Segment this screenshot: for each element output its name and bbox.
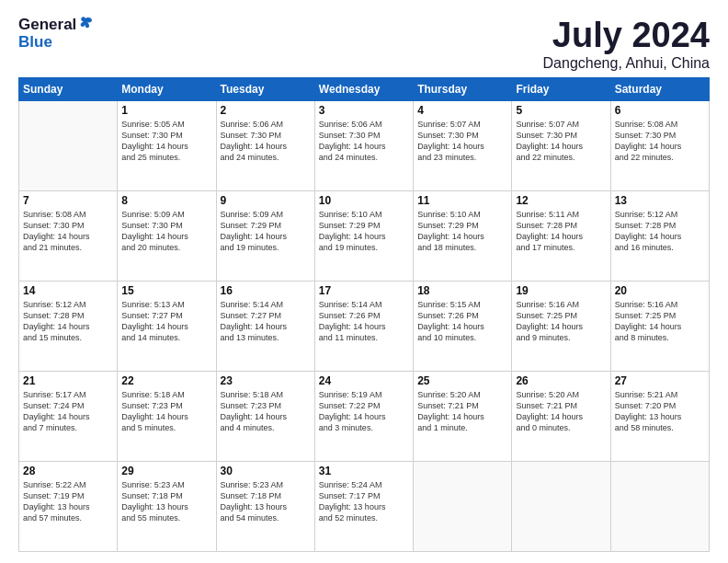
day-info: Sunrise: 5:07 AM Sunset: 7:30 PM Dayligh… [516,119,606,164]
calendar-week-row: 14Sunrise: 5:12 AM Sunset: 7:28 PM Dayli… [19,281,710,371]
day-info: Sunrise: 5:06 AM Sunset: 7:30 PM Dayligh… [319,119,409,164]
calendar-cell: 25Sunrise: 5:20 AM Sunset: 7:21 PM Dayli… [414,371,512,461]
calendar-cell [414,461,512,551]
logo: General Blue [18,17,94,51]
calendar-location: Dangcheng, Anhui, China [543,55,710,72]
col-sunday: Sunday [19,77,118,100]
calendar-cell [19,100,118,190]
col-tuesday: Tuesday [216,77,314,100]
day-number: 30 [221,465,311,477]
calendar-cell: 22Sunrise: 5:18 AM Sunset: 7:23 PM Dayli… [118,371,216,461]
day-number: 21 [23,374,113,387]
day-info: Sunrise: 5:20 AM Sunset: 7:21 PM Dayligh… [417,389,507,434]
calendar-cell: 17Sunrise: 5:14 AM Sunset: 7:26 PM Dayli… [314,281,413,371]
day-info: Sunrise: 5:21 AM Sunset: 7:20 PM Dayligh… [615,389,705,434]
day-info: Sunrise: 5:10 AM Sunset: 7:29 PM Dayligh… [319,209,409,254]
day-number: 19 [516,284,606,297]
day-info: Sunrise: 5:08 AM Sunset: 7:30 PM Dayligh… [23,209,113,254]
col-thursday: Thursday [414,77,512,100]
calendar-cell: 1Sunrise: 5:05 AM Sunset: 7:30 PM Daylig… [118,100,216,190]
day-number: 17 [319,284,409,297]
day-number: 1 [121,104,211,117]
day-info: Sunrise: 5:12 AM Sunset: 7:28 PM Dayligh… [615,209,705,254]
calendar-week-row: 1Sunrise: 5:05 AM Sunset: 7:30 PM Daylig… [19,100,710,190]
calendar-cell: 18Sunrise: 5:15 AM Sunset: 7:26 PM Dayli… [414,281,512,371]
day-number: 26 [516,374,606,387]
day-info: Sunrise: 5:24 AM Sunset: 7:17 PM Dayligh… [319,479,409,524]
day-info: Sunrise: 5:23 AM Sunset: 7:18 PM Dayligh… [121,479,211,524]
logo-bird-icon [77,16,94,32]
calendar-cell: 26Sunrise: 5:20 AM Sunset: 7:21 PM Dayli… [512,371,610,461]
day-info: Sunrise: 5:08 AM Sunset: 7:30 PM Dayligh… [615,119,705,164]
day-info: Sunrise: 5:18 AM Sunset: 7:23 PM Dayligh… [121,389,211,434]
calendar-cell: 10Sunrise: 5:10 AM Sunset: 7:29 PM Dayli… [314,190,413,281]
day-info: Sunrise: 5:20 AM Sunset: 7:21 PM Dayligh… [516,389,606,434]
day-info: Sunrise: 5:17 AM Sunset: 7:24 PM Dayligh… [23,389,113,434]
calendar-cell: 9Sunrise: 5:09 AM Sunset: 7:29 PM Daylig… [216,190,314,281]
day-number: 29 [121,465,211,477]
day-info: Sunrise: 5:09 AM Sunset: 7:30 PM Dayligh… [121,209,211,254]
calendar-cell: 14Sunrise: 5:12 AM Sunset: 7:28 PM Dayli… [19,281,118,371]
day-info: Sunrise: 5:16 AM Sunset: 7:25 PM Dayligh… [615,299,705,344]
day-info: Sunrise: 5:09 AM Sunset: 7:29 PM Dayligh… [221,209,311,254]
calendar-cell [610,461,709,551]
day-info: Sunrise: 5:12 AM Sunset: 7:28 PM Dayligh… [23,299,113,344]
calendar-cell [512,461,610,551]
calendar-cell: 11Sunrise: 5:10 AM Sunset: 7:29 PM Dayli… [414,190,512,281]
calendar-cell: 20Sunrise: 5:16 AM Sunset: 7:25 PM Dayli… [610,281,709,371]
calendar-cell: 4Sunrise: 5:07 AM Sunset: 7:30 PM Daylig… [414,100,512,190]
day-number: 16 [221,284,311,297]
col-friday: Friday [512,77,610,100]
day-info: Sunrise: 5:19 AM Sunset: 7:22 PM Dayligh… [319,389,409,434]
calendar-cell: 8Sunrise: 5:09 AM Sunset: 7:30 PM Daylig… [118,190,216,281]
calendar-cell: 24Sunrise: 5:19 AM Sunset: 7:22 PM Dayli… [314,371,413,461]
day-number: 11 [417,194,507,207]
day-info: Sunrise: 5:23 AM Sunset: 7:18 PM Dayligh… [221,479,311,524]
day-info: Sunrise: 5:10 AM Sunset: 7:29 PM Dayligh… [417,209,507,254]
day-info: Sunrise: 5:14 AM Sunset: 7:27 PM Dayligh… [221,299,311,344]
calendar-table: Sunday Monday Tuesday Wednesday Thursday… [18,77,710,552]
calendar-cell: 19Sunrise: 5:16 AM Sunset: 7:25 PM Dayli… [512,281,610,371]
day-number: 10 [319,194,409,207]
calendar-body: 1Sunrise: 5:05 AM Sunset: 7:30 PM Daylig… [19,100,710,551]
calendar-cell: 29Sunrise: 5:23 AM Sunset: 7:18 PM Dayli… [118,461,216,551]
day-number: 27 [615,374,705,387]
day-number: 2 [221,104,311,117]
calendar-week-row: 7Sunrise: 5:08 AM Sunset: 7:30 PM Daylig… [19,190,710,281]
calendar-header-row: Sunday Monday Tuesday Wednesday Thursday… [19,77,710,100]
calendar-cell: 23Sunrise: 5:18 AM Sunset: 7:23 PM Dayli… [216,371,314,461]
col-monday: Monday [118,77,216,100]
day-number: 14 [23,284,113,297]
logo-general-text: General [18,17,76,34]
calendar-cell: 3Sunrise: 5:06 AM Sunset: 7:30 PM Daylig… [314,100,413,190]
calendar-cell: 27Sunrise: 5:21 AM Sunset: 7:20 PM Dayli… [610,371,709,461]
day-number: 18 [417,284,507,297]
day-info: Sunrise: 5:13 AM Sunset: 7:27 PM Dayligh… [121,299,211,344]
day-number: 15 [121,284,211,297]
day-info: Sunrise: 5:05 AM Sunset: 7:30 PM Dayligh… [121,119,211,164]
day-number: 9 [221,194,311,207]
day-number: 6 [615,104,705,117]
day-number: 12 [516,194,606,207]
day-number: 3 [319,104,409,117]
title-block: July 2024 Dangcheng, Anhui, China [543,17,710,72]
day-number: 31 [319,465,409,477]
day-number: 5 [516,104,606,117]
calendar-cell: 5Sunrise: 5:07 AM Sunset: 7:30 PM Daylig… [512,100,610,190]
day-number: 25 [417,374,507,387]
calendar-week-row: 28Sunrise: 5:22 AM Sunset: 7:19 PM Dayli… [19,461,710,551]
day-info: Sunrise: 5:07 AM Sunset: 7:30 PM Dayligh… [417,119,507,164]
calendar-cell: 15Sunrise: 5:13 AM Sunset: 7:27 PM Dayli… [118,281,216,371]
day-number: 22 [121,374,211,387]
calendar-cell: 21Sunrise: 5:17 AM Sunset: 7:24 PM Dayli… [19,371,118,461]
calendar-week-row: 21Sunrise: 5:17 AM Sunset: 7:24 PM Dayli… [19,371,710,461]
calendar-cell: 16Sunrise: 5:14 AM Sunset: 7:27 PM Dayli… [216,281,314,371]
calendar-cell: 12Sunrise: 5:11 AM Sunset: 7:28 PM Dayli… [512,190,610,281]
calendar-cell: 2Sunrise: 5:06 AM Sunset: 7:30 PM Daylig… [216,100,314,190]
day-info: Sunrise: 5:15 AM Sunset: 7:26 PM Dayligh… [417,299,507,344]
calendar-cell: 31Sunrise: 5:24 AM Sunset: 7:17 PM Dayli… [314,461,413,551]
calendar-title: July 2024 [543,17,710,55]
day-info: Sunrise: 5:22 AM Sunset: 7:19 PM Dayligh… [23,479,113,524]
col-saturday: Saturday [610,77,709,100]
day-number: 4 [417,104,507,117]
